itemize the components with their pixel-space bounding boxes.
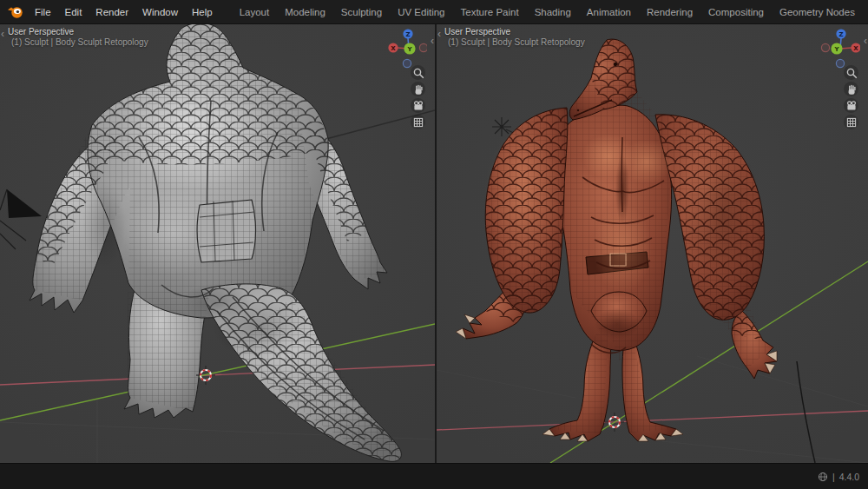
scene-canvas-right[interactable] — [437, 24, 868, 463]
viewport-right-3d[interactable]: ‹ ‹ User Perspective (1) Sculpt | Body S… — [437, 24, 868, 463]
gizmo-z-label[interactable]: Z — [405, 31, 410, 38]
camera-icon — [412, 100, 424, 112]
gizmo-z-label[interactable]: Z — [838, 31, 843, 38]
gizmo-y-label[interactable]: Y — [406, 46, 412, 53]
sidebar-collapse-arrow[interactable]: ‹ — [431, 35, 434, 47]
pan-button[interactable] — [844, 82, 858, 96]
tab-uv-editing[interactable]: UV Editing — [390, 3, 452, 21]
viewport-divider[interactable] — [435, 24, 437, 463]
tab-texture-paint[interactable]: Texture Paint — [453, 3, 527, 21]
gizmo-x-label[interactable]: X — [391, 45, 396, 52]
toolbar-collapse-arrow[interactable]: ‹ — [437, 28, 441, 40]
toolbar-collapse-arrow[interactable]: ‹ — [1, 28, 4, 40]
axis-x-line — [0, 365, 435, 385]
view-perspective-label: User Perspective — [8, 27, 74, 36]
menu-render[interactable]: Render — [89, 4, 135, 20]
topbar: File Edit Render Window Help Layout Mode… — [0, 0, 868, 24]
hand-icon — [845, 83, 858, 96]
grid-icon — [845, 116, 858, 129]
projection-toggle-button[interactable] — [844, 115, 858, 129]
tab-scripting[interactable]: Scripting — [863, 3, 868, 21]
camera-view-button[interactable] — [844, 98, 858, 113]
tab-animation[interactable]: Animation — [579, 3, 639, 21]
magnifier-icon — [845, 67, 858, 79]
tab-rendering[interactable]: Rendering — [639, 3, 700, 21]
tab-sculpting[interactable]: Sculpting — [333, 3, 390, 21]
status-bar: | 4.4.0 — [0, 463, 868, 489]
menu-file[interactable]: File — [28, 4, 58, 20]
stray-wire-curve — [797, 361, 815, 463]
back-pouch — [197, 200, 255, 262]
menu-help[interactable]: Help — [185, 4, 220, 20]
menu-window[interactable]: Window — [135, 4, 185, 20]
tab-geometry-nodes[interactable]: Geometry Nodes — [772, 3, 863, 21]
sculpt-model-gray-back[interactable] — [30, 24, 401, 461]
grid-icon — [412, 116, 424, 129]
sculpt-model-red-front[interactable] — [456, 39, 777, 441]
gizmo-y-label[interactable]: Y — [833, 46, 839, 53]
camera-icon — [845, 100, 858, 112]
tab-shading[interactable]: Shading — [527, 3, 579, 21]
tab-layout[interactable]: Layout — [232, 3, 278, 21]
version-label: 4.4.0 — [839, 472, 859, 482]
pan-button[interactable] — [411, 82, 425, 96]
viewport-nav-icons — [844, 65, 858, 129]
menu-bar: File Edit Render Window Help — [28, 4, 220, 20]
mode-breadcrumb-label: (1) Sculpt | Body Sculpt Retopology — [448, 37, 585, 47]
view-perspective-label: User Perspective — [444, 27, 510, 36]
wireframe-overlay — [485, 39, 773, 434]
scene-canvas-left[interactable] — [0, 24, 435, 463]
navigation-gizmo[interactable]: Z X Y — [819, 27, 860, 69]
main-area: ‹ ‹ User Perspective (1) Sculpt | Body S… — [0, 24, 868, 463]
viewport-left-3d[interactable]: ‹ ‹ User Perspective (1) Sculpt | Body S… — [0, 24, 435, 463]
zoom-button[interactable] — [411, 65, 425, 80]
zoom-button[interactable] — [844, 65, 858, 80]
sidebar-collapse-arrow[interactable]: ‹ — [864, 35, 867, 47]
globe-icon[interactable] — [818, 472, 828, 482]
camera-view-button[interactable] — [411, 98, 425, 113]
workspace-tabs: Layout Modeling Sculpting UV Editing Tex… — [232, 3, 868, 21]
menu-edit[interactable]: Edit — [58, 4, 89, 20]
tab-modeling[interactable]: Modeling — [277, 3, 333, 21]
tab-compositing[interactable]: Compositing — [700, 3, 772, 21]
viewport-nav-icons — [411, 65, 425, 129]
status-separator: | — [832, 472, 835, 482]
blender-logo-icon[interactable] — [7, 4, 24, 20]
gizmo-x-label[interactable]: X — [853, 45, 858, 52]
hand-icon — [412, 83, 424, 96]
mode-breadcrumb-label: (1) Sculpt | Body Sculpt Retopology — [11, 37, 148, 47]
magnifier-icon — [412, 67, 424, 79]
projection-toggle-button[interactable] — [411, 115, 425, 129]
navigation-gizmo[interactable]: Z X Y — [385, 27, 427, 69]
